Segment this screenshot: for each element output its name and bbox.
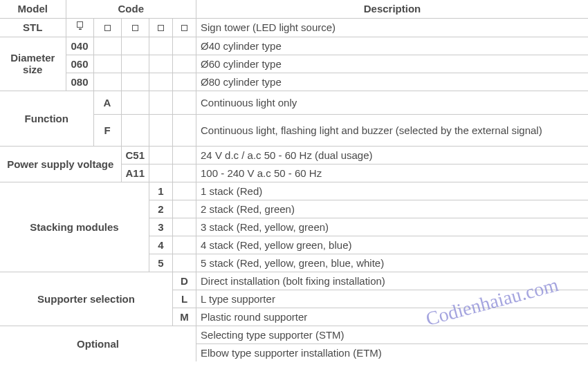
label-supporter: Supporter selection <box>0 272 173 326</box>
header-code: Code <box>66 0 196 18</box>
placeholder-icon <box>173 18 196 37</box>
desc-stack-3: 3 stack (Red, yellow, green) <box>196 218 588 236</box>
label-stl: STL <box>0 18 66 37</box>
row-stl: STL Sign tower (LED light source) <box>0 18 588 37</box>
desc-stack-4: 4 stack (Red, yellow green, blue) <box>196 236 588 254</box>
code-supp-m: M <box>173 308 196 326</box>
desc-stl: Sign tower (LED light source) <box>196 18 588 37</box>
code-func-f: F <box>93 114 121 146</box>
desc-060: Ø60 cylinder type <box>196 55 588 73</box>
code-stack-1: 1 <box>149 182 173 200</box>
code-040: 040 <box>66 37 93 55</box>
code-stack-5: 5 <box>149 254 173 272</box>
label-psv: Power supply voltage <box>0 146 121 182</box>
square-icon <box>132 25 138 31</box>
square-icon <box>181 25 187 31</box>
code-060: 060 <box>66 55 93 73</box>
header-model: Model <box>0 0 66 18</box>
row-func-a: Function A Continuous light only <box>0 91 588 114</box>
desc-func-a: Continuous light only <box>196 91 588 114</box>
row-diam-080: 080 Ø80 cylinder type <box>0 73 588 91</box>
square-dash-icon <box>77 21 83 28</box>
desc-opt-1: Selecting type supporter (STM) <box>196 326 588 344</box>
square-icon <box>104 25 111 31</box>
code-a11: A11 <box>121 164 149 182</box>
placeholder-icon <box>121 18 149 37</box>
desc-opt-2: Elbow type supporter installation (ETM) <box>196 344 588 361</box>
desc-stack-1: 1 stack (Red) <box>196 182 588 200</box>
placeholder-icon <box>66 18 93 37</box>
code-func-a: A <box>93 91 121 114</box>
row-diam-040: Diameter size 040 Ø40 cylinder type <box>0 37 588 55</box>
desc-supp-l: L type supporter <box>196 290 588 308</box>
label-function: Function <box>0 91 93 146</box>
desc-040: Ø40 cylinder type <box>196 37 588 55</box>
row-stack-1: Stacking modules 1 1 stack (Red) <box>0 182 588 200</box>
placeholder-icon <box>93 18 121 37</box>
code-supp-l: L <box>173 290 196 308</box>
desc-stack-2: 2 stack (Red, green) <box>196 200 588 218</box>
code-stack-2: 2 <box>149 200 173 218</box>
code-c51: C51 <box>121 146 149 164</box>
code-supp-d: D <box>173 272 196 290</box>
desc-c51: 24 V d.c / a.c 50 - 60 Hz (dual usage) <box>196 146 588 164</box>
desc-func-f: Continuous light, flashing light and buz… <box>196 114 588 146</box>
square-icon <box>158 25 164 31</box>
desc-stack-5: 5 stack (Red, yellow, green, blue, white… <box>196 254 588 272</box>
code-stack-4: 4 <box>149 236 173 254</box>
desc-a11: 100 - 240 V a.c 50 - 60 Hz <box>196 164 588 182</box>
label-stack: Stacking modules <box>0 182 149 272</box>
header-description: Description <box>196 0 588 18</box>
label-optional: Optional <box>0 326 196 361</box>
ordering-code-table: Model Code Description STL Sign tower (L… <box>0 0 588 361</box>
table-header-row: Model Code Description <box>0 0 588 18</box>
row-supp-d: Supporter selection D Direct installatio… <box>0 272 588 290</box>
row-diam-060: 060 Ø60 cylinder type <box>0 55 588 73</box>
row-psv-c51: Power supply voltage C51 24 V d.c / a.c … <box>0 146 588 164</box>
row-opt-1: Optional Selecting type supporter (STM) <box>0 326 588 344</box>
label-diameter: Diameter size <box>0 37 66 91</box>
code-stack-3: 3 <box>149 218 173 236</box>
desc-080: Ø80 cylinder type <box>196 73 588 91</box>
desc-supp-m: Plastic round supporter <box>196 308 588 326</box>
desc-supp-d: Direct installation (bolt fixing install… <box>196 272 588 290</box>
code-080: 080 <box>66 73 93 91</box>
placeholder-icon <box>149 18 173 37</box>
